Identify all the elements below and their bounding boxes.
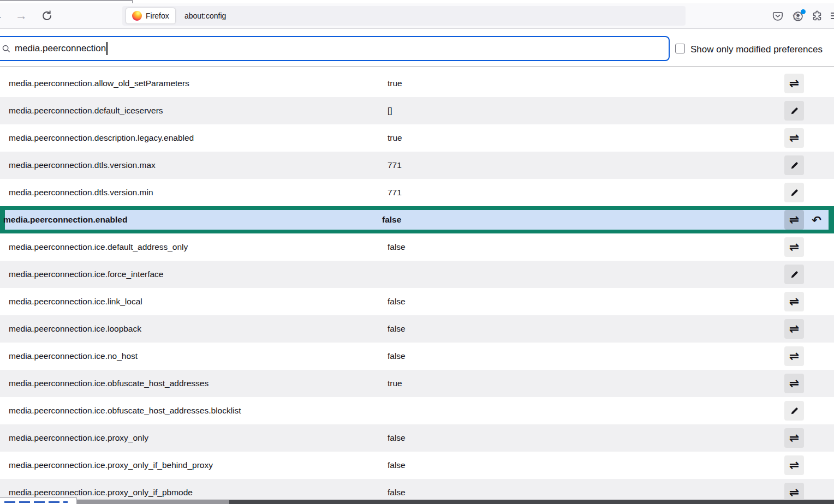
- reload-icon[interactable]: [40, 9, 53, 22]
- pref-name: media.peerconnection.ice.proxy_only_if_p…: [9, 488, 193, 497]
- toggle-icon: ⇌: [789, 459, 799, 471]
- extensions-icon[interactable]: [811, 10, 823, 22]
- status-popup-cutoff: [0, 497, 77, 504]
- pencil-icon: [790, 161, 799, 170]
- toggle-pref-button[interactable]: ⇌: [784, 210, 804, 230]
- pref-value: false: [388, 242, 406, 252]
- pref-row-media.peerconnection.enabled[interactable]: media.peerconnection.enabled false ⇌ ↶: [0, 206, 834, 233]
- pref-name: media.peerconnection.ice.obfuscate_host_…: [9, 379, 208, 388]
- pref-value: true: [388, 133, 402, 143]
- reset-icon: ↶: [812, 214, 821, 226]
- browser-toolbar: ← → Firefox about:config ☆: [0, 3, 834, 29]
- pocket-icon[interactable]: [772, 10, 784, 22]
- pref-row-media.peerconnection.ice.obfuscate_host_addresses[interactable]: media.peerconnection.ice.obfuscate_host_…: [0, 370, 834, 397]
- edit-pref-button[interactable]: [784, 401, 804, 421]
- pref-name: media.peerconnection.dtls.version.max: [9, 160, 156, 170]
- pref-row-media.peerconnection.ice.proxy_only[interactable]: media.peerconnection.ice.proxy_only fals…: [0, 424, 834, 452]
- pref-search-input[interactable]: media.peerconnection: [0, 36, 670, 61]
- pref-row-media.peerconnection.ice.force_interface[interactable]: media.peerconnection.ice.force_interface: [0, 261, 834, 288]
- toggle-pref-button[interactable]: ⇌: [784, 292, 804, 311]
- pref-row-media.peerconnection.dtls.version.min[interactable]: media.peerconnection.dtls.version.min 77…: [0, 179, 834, 206]
- pref-name: media.peerconnection.default_iceservers: [9, 106, 163, 116]
- forward-icon[interactable]: →: [15, 10, 27, 22]
- pref-value: true: [388, 79, 402, 88]
- toggle-icon: ⇌: [789, 77, 799, 89]
- pref-name: media.peerconnection.ice.no_host: [9, 351, 138, 361]
- toggle-icon: ⇌: [789, 350, 799, 362]
- search-input-value: media.peerconnection: [15, 43, 106, 54]
- toggle-icon: ⇌: [789, 214, 799, 226]
- app-menu-icon[interactable]: [831, 13, 834, 21]
- account-notification-dot: [801, 9, 806, 14]
- pref-value: false: [388, 460, 406, 470]
- pencil-icon: [790, 107, 799, 115]
- edit-pref-button[interactable]: [784, 265, 804, 284]
- back-icon[interactable]: ←: [0, 10, 3, 22]
- toggle-pref-button[interactable]: ⇌: [784, 346, 804, 366]
- pref-name: media.peerconnection.ice.link_local: [9, 297, 142, 307]
- search-icon: [2, 45, 10, 53]
- toggle-icon: ⇌: [789, 323, 799, 335]
- toggle-pref-button[interactable]: ⇌: [784, 455, 804, 475]
- edit-pref-button[interactable]: [784, 183, 804, 202]
- pref-value: []: [388, 106, 392, 116]
- pref-value: 771: [388, 160, 402, 170]
- pref-row-media.peerconnection.ice.no_host[interactable]: media.peerconnection.ice.no_host false ⇌: [0, 343, 834, 370]
- toggle-icon: ⇌: [789, 241, 799, 253]
- pref-row-media.peerconnection.dtls.version.max[interactable]: media.peerconnection.dtls.version.max 77…: [0, 152, 834, 179]
- horizontal-scrollbar[interactable]: [75, 499, 834, 504]
- tab-edge-line: [0, 0, 133, 1]
- pref-name: media.peerconnection.ice.obfuscate_host_…: [9, 406, 241, 416]
- url-bar[interactable]: Firefox about:config ☆: [122, 6, 686, 26]
- pref-row-media.peerconnection.ice.loopback[interactable]: media.peerconnection.ice.loopback false …: [0, 315, 834, 343]
- pref-value: true: [388, 379, 402, 388]
- address-text[interactable]: about:config: [184, 11, 226, 20]
- show-modified-label: Show only modified preferences: [690, 44, 823, 55]
- toggle-icon: ⇌: [789, 487, 799, 499]
- toggle-icon: ⇌: [789, 377, 799, 389]
- pref-row-media.peerconnection.default_iceservers[interactable]: media.peerconnection.default_iceservers …: [0, 97, 834, 124]
- pref-row-media.peerconnection.ice.proxy_only_if_behind_proxy[interactable]: media.peerconnection.ice.proxy_only_if_b…: [0, 452, 834, 479]
- show-modified-checkbox[interactable]: [675, 44, 685, 53]
- pref-value: 771: [388, 188, 402, 197]
- pref-value: false: [388, 297, 406, 307]
- scrollbar-thumb[interactable]: [76, 500, 229, 504]
- pref-name: media.peerconnection.enabled: [3, 215, 127, 225]
- edit-pref-button[interactable]: [784, 101, 804, 121]
- toggle-icon: ⇌: [789, 432, 799, 444]
- toggle-pref-button[interactable]: ⇌: [784, 128, 804, 148]
- pref-row-media.peerconnection.allow_old_setParameters[interactable]: media.peerconnection.allow_old_setParame…: [0, 70, 834, 97]
- pref-name: media.peerconnection.allow_old_setParame…: [9, 79, 189, 88]
- toggle-pref-button[interactable]: ⇌: [784, 428, 804, 448]
- reset-pref-button[interactable]: ↶: [807, 210, 826, 230]
- search-engine-label: Firefox: [146, 11, 169, 20]
- pref-row-media.peerconnection.ice.link_local[interactable]: media.peerconnection.ice.link_local fals…: [0, 288, 834, 315]
- pref-value: false: [382, 215, 401, 225]
- toggle-pref-button[interactable]: ⇌: [784, 74, 804, 93]
- toggle-pref-button[interactable]: ⇌: [784, 237, 804, 257]
- pref-value: false: [388, 488, 406, 497]
- edit-pref-button[interactable]: [784, 155, 804, 175]
- pref-value: false: [388, 351, 406, 361]
- toggle-icon: ⇌: [789, 296, 799, 308]
- text-caret: [106, 42, 108, 55]
- pref-value: false: [388, 324, 406, 334]
- pref-row-media.peerconnection.ice.obfuscate_host_addresses.blocklist[interactable]: media.peerconnection.ice.obfuscate_host_…: [0, 397, 834, 424]
- pref-row-media.peerconnection.description.legacy.enabled[interactable]: media.peerconnection.description.legacy.…: [0, 124, 834, 152]
- pencil-icon: [790, 407, 799, 415]
- pencil-icon: [790, 271, 799, 279]
- pref-name: media.peerconnection.ice.default_address…: [9, 242, 188, 252]
- firefox-logo-icon: [132, 11, 142, 21]
- toggle-icon: ⇌: [789, 132, 799, 144]
- toggle-pref-button[interactable]: ⇌: [784, 319, 804, 339]
- config-search-section: media.peerconnection Show only modified …: [0, 29, 834, 67]
- pref-name: media.peerconnection.ice.proxy_only_if_b…: [9, 460, 213, 470]
- pref-name: media.peerconnection.dtls.version.min: [9, 188, 153, 197]
- toggle-pref-button[interactable]: ⇌: [784, 374, 804, 393]
- pref-name: media.peerconnection.ice.force_interface: [9, 269, 163, 279]
- pref-name: media.peerconnection.description.legacy.…: [9, 133, 194, 143]
- pref-row-media.peerconnection.ice.default_address_only[interactable]: media.peerconnection.ice.default_address…: [0, 233, 834, 261]
- pref-value: false: [388, 433, 406, 443]
- search-engine-chip[interactable]: Firefox: [126, 8, 175, 23]
- pencil-icon: [790, 189, 799, 197]
